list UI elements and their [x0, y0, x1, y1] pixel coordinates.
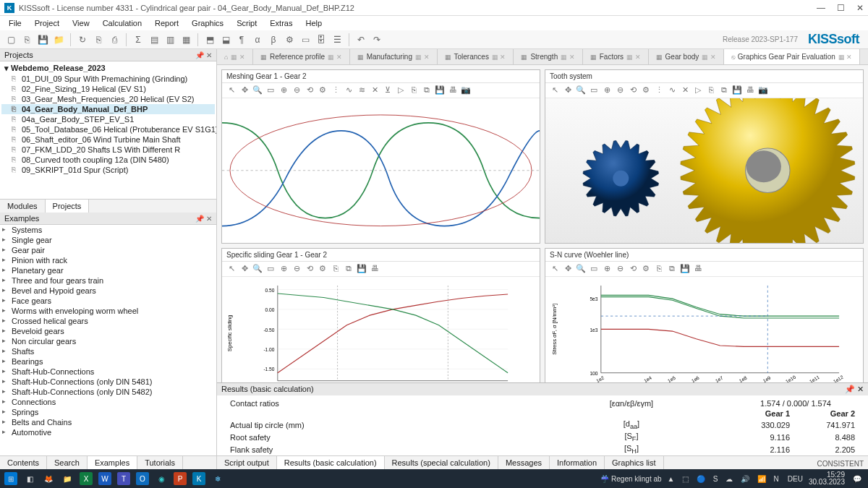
cam-icon[interactable]: 📷 [758, 85, 768, 95]
report-icon[interactable]: ▤ [148, 33, 161, 46]
minimize-button[interactable]: — [817, 3, 825, 13]
kisssoft-icon[interactable]: K [192, 472, 205, 485]
tab-results-(basic-calculation)[interactable]: Results (basic calculation) [277, 456, 385, 469]
tooth-3d-view[interactable] [545, 98, 863, 243]
move-icon[interactable]: ✥ [239, 85, 250, 95]
fit-icon[interactable]: ▭ [265, 264, 276, 274]
excel-icon[interactable]: X [80, 472, 93, 485]
examples-pin-icon[interactable]: 📌 ✕ [195, 215, 212, 223]
list-icon[interactable]: ☰ [331, 33, 344, 46]
start-icon[interactable]: ⊞ [4, 472, 17, 485]
db-icon[interactable]: 🗄 [315, 33, 328, 46]
zoom-icon[interactable]: 🔍 [576, 264, 586, 274]
doc2-icon[interactable]: ▦ [179, 33, 192, 46]
export-icon[interactable]: ⎘ [331, 264, 341, 274]
copy-icon[interactable]: ⎘ [92, 33, 105, 46]
ppt-icon[interactable]: P [174, 472, 187, 485]
tab-reference-profile[interactable]: ▦Reference profile ▦ ✕ [253, 49, 350, 64]
example-item[interactable]: Shafts [0, 346, 216, 356]
zoomin-icon[interactable]: ⊕ [602, 264, 612, 274]
box-icon[interactable]: ▭ [299, 33, 312, 46]
menu-extras[interactable]: Extras [264, 17, 298, 29]
opt-icon[interactable]: ⋮ [654, 85, 664, 95]
curve-icon[interactable]: ∿ [667, 85, 677, 95]
menu-script[interactable]: Script [231, 17, 263, 29]
chart-icon[interactable]: ⬒ [203, 33, 216, 46]
x-icon[interactable]: ✕ [370, 85, 380, 95]
cam-icon[interactable]: 📷 [461, 85, 471, 95]
firefox-icon[interactable]: 🦊 [42, 472, 55, 485]
tab-projects[interactable]: Projects [46, 200, 90, 213]
project-item[interactable]: 05_Tool_Database_06 Helical (Protuberanc… [1, 124, 215, 134]
example-item[interactable]: Single gear [0, 235, 216, 245]
export-icon[interactable]: ⎘ [409, 85, 419, 95]
example-item[interactable]: Gear pair [0, 245, 216, 255]
beta-icon[interactable]: β [267, 33, 280, 46]
print-icon[interactable]: 🖶 [693, 264, 703, 274]
reset-icon[interactable]: ⟲ [305, 264, 315, 274]
example-item[interactable]: Pinion with rack [0, 255, 216, 265]
tab-information[interactable]: Information [550, 456, 605, 469]
new-icon[interactable]: ▢ [4, 33, 17, 46]
graph-icon[interactable]: ⬓ [219, 33, 232, 46]
settings-icon[interactable]: ⚙ [318, 264, 328, 274]
menu-file[interactable]: File [3, 17, 27, 29]
snow-icon[interactable]: ❄ [211, 472, 224, 485]
paste-icon[interactable]: ⎙ [108, 33, 121, 46]
example-item[interactable]: Face gears [0, 296, 216, 306]
copy2-icon[interactable]: ⧉ [344, 264, 354, 274]
example-item[interactable]: Automotive [0, 427, 216, 437]
project-root[interactable]: ▾ Webdemo_Release_2023 [1, 63, 215, 74]
notifications-icon[interactable]: 💬 [851, 472, 864, 485]
settings-icon[interactable]: ⚙ [641, 264, 651, 274]
curve2-icon[interactable]: ≋ [357, 85, 367, 95]
weather-icon[interactable]: ☔ Regen klingt ab [600, 475, 661, 483]
save2-icon[interactable]: 💾 [680, 264, 690, 274]
tab-graphics-list[interactable]: Graphics list [605, 456, 664, 469]
tab-examples[interactable]: Examples [88, 456, 137, 469]
tab-gear-body[interactable]: ▦Gear body ▦ ✕ [649, 49, 724, 64]
example-item[interactable]: Connections [0, 397, 216, 407]
move-icon[interactable]: ✥ [239, 264, 250, 274]
settings-icon[interactable]: ⚙ [318, 85, 328, 95]
example-item[interactable]: Systems [0, 225, 216, 235]
lang-label[interactable]: DEU [788, 475, 803, 483]
export-icon[interactable]: ⎘ [706, 85, 716, 95]
zoomout-icon[interactable]: ⊖ [292, 264, 302, 274]
teams-icon[interactable]: T [117, 472, 130, 485]
project-item[interactable]: 04_Gear_Body_Manual_Def_BHP [1, 104, 215, 114]
reset-icon[interactable]: ⟲ [305, 85, 315, 95]
settings-icon[interactable]: ⚙ [641, 85, 651, 95]
example-item[interactable]: Bearings [0, 356, 216, 367]
outlook-icon[interactable]: O [136, 472, 149, 485]
example-item[interactable]: Belts and Chains [0, 417, 216, 427]
refresh-icon[interactable]: ↻ [76, 33, 89, 46]
sn-chart[interactable]: 1001e35e31e21e41e51e61e71e81e91e101e111e… [545, 277, 863, 382]
tab-messages[interactable]: Messages [498, 456, 550, 469]
export-icon[interactable]: ⎘ [654, 264, 664, 274]
tab-manufacturing[interactable]: ▦Manufacturing ▦ ✕ [350, 49, 438, 64]
example-item[interactable]: Planetary gear [0, 265, 216, 275]
task-view-icon[interactable]: ◧ [23, 472, 36, 485]
play-icon[interactable]: ▷ [396, 85, 406, 95]
save2-icon[interactable]: 💾 [435, 85, 445, 95]
projects-pin-icon[interactable]: 📌 ✕ [195, 51, 212, 59]
menu-calculation[interactable]: Calculation [97, 17, 148, 29]
edge-icon[interactable]: ◉ [155, 472, 168, 485]
para-icon[interactable]: ¶ [235, 33, 248, 46]
close-button[interactable]: ✕ [856, 3, 864, 13]
tab-tolerances[interactable]: ▦Tolerances ▦ ✕ [438, 49, 514, 64]
maximize-button[interactable]: ☐ [837, 3, 845, 13]
menu-view[interactable]: View [67, 17, 95, 29]
example-item[interactable]: Crossed helical gears [0, 316, 216, 326]
tab-strength[interactable]: ▦Strength ▦ ✕ [514, 49, 582, 64]
example-item[interactable]: Shaft-Hub-Connections [0, 367, 216, 377]
project-item[interactable]: 02_Fine_Sizing_19 Helical (EV S1) [1, 84, 215, 94]
opt-icon[interactable]: ⋮ [331, 85, 341, 95]
play-icon[interactable]: ▷ [693, 85, 703, 95]
tab-modules[interactable]: Modules [0, 200, 46, 213]
y-icon[interactable]: ⊻ [383, 85, 393, 95]
tab-graphics-gear-pair-evaluation[interactable]: ⎋Graphics Gear Pair Evaluation ▦ ✕ [724, 49, 861, 64]
zoomin-icon[interactable]: ⊕ [278, 85, 289, 95]
example-item[interactable]: Three and four gears train [0, 275, 216, 286]
